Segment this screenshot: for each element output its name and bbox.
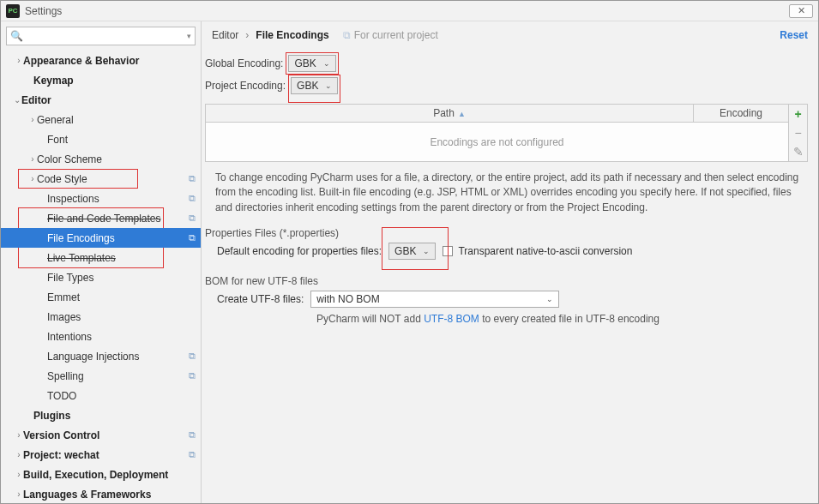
copy-icon: ⧉ xyxy=(189,429,196,441)
sidebar-item-label: TODO xyxy=(47,390,76,402)
chevron-down-icon: ⌄ xyxy=(423,247,430,255)
app-icon: PC xyxy=(6,4,20,18)
sidebar-item-images[interactable]: Images xyxy=(1,307,201,327)
arrow-icon: › xyxy=(28,174,37,183)
arrow-icon: › xyxy=(15,489,23,499)
sidebar-item-project-wechat[interactable]: ›Project: wechat⧉ xyxy=(1,445,201,465)
sidebar-item-label: Inspections xyxy=(47,193,99,205)
sidebar-item-editor[interactable]: ⌄Editor xyxy=(1,90,201,110)
column-path[interactable]: Path▲ xyxy=(206,105,694,122)
sidebar-item-code-style[interactable]: ›Code Style⧉ xyxy=(1,169,201,189)
arrow-icon: › xyxy=(28,115,37,124)
copy-icon: ⧉ xyxy=(189,351,196,362)
arrow-icon: › xyxy=(28,154,37,164)
window-title: Settings xyxy=(25,5,789,17)
sidebar-item-label: File Types xyxy=(47,272,93,284)
sidebar-item-label: General xyxy=(37,114,74,126)
reset-link[interactable]: Reset xyxy=(780,29,808,41)
sidebar-item-emmet[interactable]: Emmet xyxy=(1,287,201,307)
sidebar-item-intentions[interactable]: Intentions xyxy=(1,327,201,346)
sidebar-item-keymap[interactable]: Keymap xyxy=(1,70,201,90)
sidebar-item-label: Editor xyxy=(21,94,51,106)
sidebar-item-spelling[interactable]: Spelling⧉ xyxy=(1,366,201,386)
chevron-down-icon: ▾ xyxy=(187,32,191,40)
sidebar-item-label: Intentions xyxy=(47,331,92,343)
sidebar-item-label: Font xyxy=(47,134,68,146)
sidebar-item-appearance-behavior[interactable]: ›Appearance & Behavior xyxy=(1,51,201,70)
sidebar-item-label: Color Scheme xyxy=(37,153,102,165)
copy-icon: ⧉ xyxy=(189,449,196,460)
close-button[interactable]: ✕ xyxy=(789,4,813,18)
chevron-down-icon: ⌄ xyxy=(546,295,553,303)
project-encoding-select[interactable]: GBK⌄ xyxy=(291,77,338,94)
bom-select[interactable]: with NO BOM⌄ xyxy=(310,291,559,308)
properties-section-label: Properties Files (*.properties) xyxy=(205,227,808,239)
project-encoding-label: Project Encoding: xyxy=(205,80,286,92)
copy-icon: ⧉ xyxy=(189,232,196,243)
copy-icon: ⧉ xyxy=(343,29,351,41)
sidebar-item-file-encodings[interactable]: File Encodings⧉ xyxy=(1,228,201,248)
sidebar-item-label: Plugins xyxy=(33,410,70,422)
create-utf8-label: Create UTF-8 files: xyxy=(217,293,304,305)
sidebar-item-file-types[interactable]: File Types xyxy=(1,267,201,287)
global-encoding-label: Global Encoding: xyxy=(205,57,283,69)
sidebar-item-label: Version Control xyxy=(23,429,99,441)
sidebar-item-general[interactable]: ›General xyxy=(1,110,201,129)
bom-note: PyCharm will NOT add UTF-8 BOM to every … xyxy=(316,313,808,325)
sidebar-item-label: Languages & Frameworks xyxy=(23,489,151,501)
copy-icon: ⧉ xyxy=(189,193,196,204)
copy-icon: ⧉ xyxy=(189,173,196,184)
arrow-icon: › xyxy=(15,430,23,440)
sidebar-item-label: Code Style xyxy=(37,173,87,185)
transparent-ascii-checkbox[interactable] xyxy=(443,246,453,256)
bom-section-label: BOM for new UTF-8 files xyxy=(205,275,808,287)
edit-button[interactable]: ✎ xyxy=(789,142,808,161)
properties-encoding-select[interactable]: GBK⌄ xyxy=(388,243,436,260)
sidebar-item-label: Spelling xyxy=(47,370,84,382)
sidebar-item-label: File and Code Templates xyxy=(47,213,161,225)
remove-button[interactable]: − xyxy=(789,123,808,142)
sidebar-item-label: Emmet xyxy=(47,291,80,303)
sidebar-item-label: Build, Execution, Deployment xyxy=(23,469,168,481)
sidebar-item-file-and-code-templates[interactable]: File and Code Templates⧉ xyxy=(1,208,201,228)
arrow-icon: ⌄ xyxy=(13,95,21,105)
sidebar-item-version-control[interactable]: ›Version Control⧉ xyxy=(1,425,201,445)
sidebar-item-build-execution-deployment[interactable]: ›Build, Execution, Deployment xyxy=(1,465,201,484)
transparent-ascii-label: Transparent native-to-ascii conversion xyxy=(458,245,632,257)
sidebar-item-color-scheme[interactable]: ›Color Scheme xyxy=(1,149,201,169)
arrow-icon: › xyxy=(15,450,23,459)
sidebar-item-languages-frameworks[interactable]: ›Languages & Frameworks xyxy=(1,484,201,503)
copy-icon: ⧉ xyxy=(189,370,196,381)
chevron-down-icon: ⌄ xyxy=(323,59,330,68)
sidebar-item-label: File Encodings xyxy=(47,232,115,244)
chevron-right-icon: › xyxy=(245,29,249,41)
search-input[interactable]: 🔍 ▾ xyxy=(6,27,196,45)
sidebar-item-label: Keymap xyxy=(33,75,74,87)
sort-asc-icon: ▲ xyxy=(458,110,466,118)
description-text: To change encoding PyCharm uses for a fi… xyxy=(215,171,804,215)
properties-default-label: Default encoding for properties files: xyxy=(217,245,382,257)
sidebar-item-todo[interactable]: TODO xyxy=(1,386,201,405)
copy-icon: ⧉ xyxy=(189,213,196,224)
scope-hint: ⧉For current project xyxy=(343,29,438,41)
search-icon: 🔍 xyxy=(10,30,23,42)
breadcrumb-current: File Encodings xyxy=(256,29,328,41)
sidebar-item-inspections[interactable]: Inspections⧉ xyxy=(1,189,201,208)
sidebar-item-label: Project: wechat xyxy=(23,449,99,461)
chevron-down-icon: ⌄ xyxy=(325,81,332,90)
arrow-icon: › xyxy=(15,470,23,479)
sidebar-item-language-injections[interactable]: Language Injections⧉ xyxy=(1,346,201,366)
add-button[interactable]: + xyxy=(789,105,808,123)
sidebar-item-live-templates[interactable]: Live Templates xyxy=(1,248,201,267)
sidebar-item-label: Appearance & Behavior xyxy=(23,55,139,67)
sidebar-item-font[interactable]: Font xyxy=(1,129,201,149)
column-encoding[interactable]: Encoding xyxy=(694,105,788,122)
utf8-bom-link[interactable]: UTF-8 BOM xyxy=(424,313,479,325)
breadcrumb-parent[interactable]: Editor xyxy=(212,29,238,41)
arrow-icon: › xyxy=(15,56,23,65)
paths-empty-msg: Encodings are not configured xyxy=(206,123,788,161)
sidebar-item-label: Language Injections xyxy=(47,351,139,363)
global-encoding-select[interactable]: GBK⌄ xyxy=(288,55,335,72)
sidebar-item-plugins[interactable]: Plugins xyxy=(1,405,201,425)
sidebar-item-label: Images xyxy=(47,311,81,323)
